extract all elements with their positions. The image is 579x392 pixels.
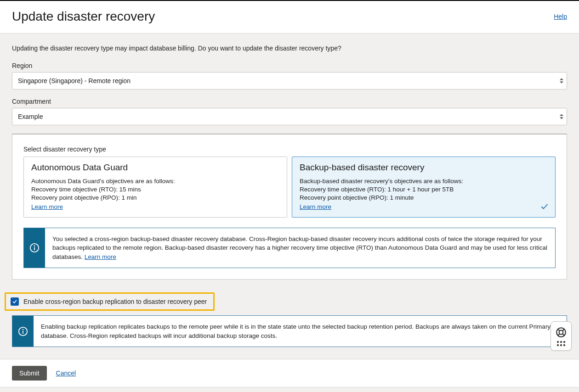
dr-card-text: Recovery time objective (RTO): 15 mins xyxy=(31,185,279,194)
learn-more-link[interactable]: Learn more xyxy=(85,253,116,260)
svg-line-8 xyxy=(558,329,560,330)
info-icon xyxy=(12,316,34,347)
dr-card-title: Backup-based disaster recovery xyxy=(300,162,548,173)
svg-point-4 xyxy=(23,329,24,330)
dialog-footer: Submit Cancel xyxy=(0,359,579,387)
info-text: Enabling backup replication replicates b… xyxy=(41,323,551,339)
grip-icon xyxy=(557,341,565,346)
dr-card-text: Autonomous Data Guard's objectives are a… xyxy=(31,177,279,185)
info-banner: Enabling backup replication replicates b… xyxy=(12,315,567,347)
dr-card-text: Recovery point objective (RPO): 1 minute xyxy=(300,194,548,202)
dr-card-text: Backup-based disaster recovery's objecti… xyxy=(300,177,548,185)
dr-type-panel: Select disaster recovery type Autonomous… xyxy=(12,134,567,280)
intro-text: Updating the disaster recovery type may … xyxy=(12,45,567,52)
enable-cross-region-checkbox[interactable] xyxy=(11,297,19,306)
svg-point-1 xyxy=(34,246,35,247)
dr-card-backup[interactable]: Backup-based disaster recovery Backup-ba… xyxy=(292,157,556,218)
svg-line-9 xyxy=(562,329,564,330)
learn-more-link[interactable]: Learn more xyxy=(31,203,63,210)
svg-rect-2 xyxy=(34,247,35,250)
enable-cross-region-checkbox-row: Enable cross-region backup replication t… xyxy=(5,292,215,311)
help-link[interactable]: Help xyxy=(554,13,567,20)
region-label: Region xyxy=(12,62,567,69)
info-text: You selected a cross-region backup-based… xyxy=(52,235,547,260)
check-icon xyxy=(540,202,549,213)
svg-line-11 xyxy=(562,334,564,336)
page-title: Update disaster recovery xyxy=(12,9,155,24)
svg-point-7 xyxy=(559,330,563,334)
dr-card-text: Recovery time objective (RTO): 1 hour + … xyxy=(300,185,548,194)
compartment-value: Example xyxy=(18,113,43,120)
dr-card-title: Autonomous Data Guard xyxy=(31,162,279,173)
compartment-label: Compartment xyxy=(12,98,567,105)
svg-rect-5 xyxy=(23,331,23,334)
learn-more-link[interactable]: Learn more xyxy=(300,203,331,210)
dr-type-heading: Select disaster recovery type xyxy=(23,146,556,153)
checkbox-label: Enable cross-region backup replication t… xyxy=(23,298,207,305)
info-icon xyxy=(24,228,45,268)
info-banner: You selected a cross-region backup-based… xyxy=(23,228,556,269)
submit-button[interactable]: Submit xyxy=(12,366,47,381)
dr-card-text: Recovery point objective (RPO): 1 min xyxy=(31,194,279,202)
svg-line-10 xyxy=(558,334,560,336)
lifebuoy-icon xyxy=(555,326,567,338)
cancel-link[interactable]: Cancel xyxy=(56,370,76,377)
dialog-header: Update disaster recovery Help xyxy=(0,0,579,34)
region-select[interactable]: Singapore (Singapore) - Remote region xyxy=(12,72,567,90)
support-widget[interactable] xyxy=(551,321,572,351)
compartment-select[interactable]: Example xyxy=(12,108,567,125)
dr-card-adg[interactable]: Autonomous Data Guard Autonomous Data Gu… xyxy=(23,157,287,218)
region-value: Singapore (Singapore) - Remote region xyxy=(18,77,131,84)
